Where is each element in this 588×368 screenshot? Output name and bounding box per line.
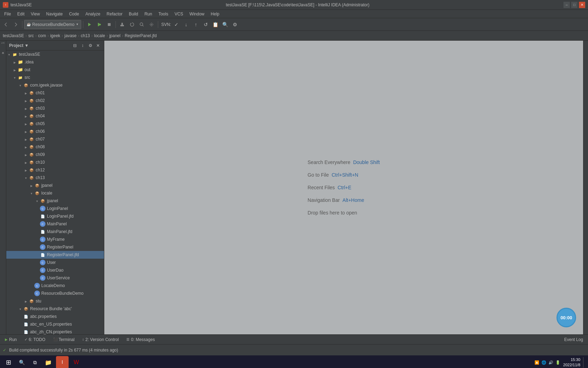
build-button[interactable] [118, 20, 127, 29]
tree-item-ch07[interactable]: 📦 ch07 [6, 135, 104, 143]
reload-button[interactable] [127, 20, 136, 29]
file-explorer-button[interactable]: 📁 [43, 357, 54, 368]
breadcrumb-ch13[interactable]: ch13 [81, 33, 90, 38]
project-settings-btn[interactable]: ⚙ [87, 42, 93, 49]
menu-code[interactable]: Code [66, 10, 82, 18]
breadcrumb-igeek[interactable]: igeek [50, 33, 60, 38]
tree-item-localedemo[interactable]: C LocaleDemo [6, 282, 104, 289]
run-button[interactable] [85, 20, 94, 29]
tree-item-userservice[interactable]: C UserService [6, 274, 104, 282]
tree-item-registerpanel[interactable]: C RegisterPanel [6, 243, 104, 251]
tree-item-abc-properties[interactable]: 📄 abc.properties [6, 313, 104, 320]
tree-item-jpanel-pkg[interactable]: 📦 jpanel [6, 182, 104, 189]
tree-item-user[interactable]: C User [6, 259, 104, 266]
tree-item-ch13[interactable]: 📦 ch13 [6, 174, 104, 182]
tree-item-ch08[interactable]: 📦 ch08 [6, 143, 104, 151]
breadcrumb-javase[interactable]: javase [64, 33, 77, 38]
tree-item-resourcebundledemo[interactable]: C ResourceBundleDemo [6, 289, 104, 297]
menu-edit[interactable]: Edit [14, 10, 27, 18]
tree-item-ch05[interactable]: 📦 ch05 [6, 120, 104, 128]
tab-version-control[interactable]: ↕ 2: Version Control [79, 335, 122, 344]
breadcrumb-src[interactable]: src [28, 33, 34, 38]
left-tab-1[interactable]: 1 [1, 42, 5, 44]
find-button[interactable] [137, 20, 146, 29]
svn-settings-btn[interactable]: ⚙ [231, 20, 240, 29]
tree-item-loginpanel-jfd[interactable]: 📄 LoginPanel.jfd [6, 212, 104, 220]
project-scroll-btn[interactable]: ↕ [79, 42, 86, 49]
intellij-taskbar-app[interactable]: I [56, 356, 69, 368]
menu-window[interactable]: Window [187, 10, 207, 18]
timer-widget[interactable]: 00:00 [556, 308, 576, 327]
tree-item-mainpanel-jfd[interactable]: 📄 MainPanel.jfd [6, 228, 104, 236]
tree-item-ch12[interactable]: 📦 ch12 [6, 166, 104, 174]
forward-button[interactable] [11, 20, 20, 29]
taskbar-clock[interactable]: 15:30 2022/11/8 [563, 357, 580, 368]
menu-file[interactable]: File [1, 10, 14, 18]
tree-item-ch01[interactable]: 📦 ch01 [6, 89, 104, 97]
project-close-btn[interactable]: ✕ [95, 42, 101, 49]
tree-item-loginpanel[interactable]: C LoginPanel [6, 205, 104, 212]
breadcrumb-jpanel[interactable]: jpanel [109, 33, 120, 38]
start-button[interactable]: ⊞ [3, 357, 14, 368]
breadcrumb-registerPanel[interactable]: RegisterPanel.jfd [125, 33, 156, 38]
tab-event-log[interactable]: Event Log [561, 335, 587, 344]
tab-todo[interactable]: ✓ 6: TODO [21, 335, 49, 344]
menu-vcs[interactable]: VCS [172, 10, 186, 18]
menu-tools[interactable]: Tools [156, 10, 171, 18]
menu-help[interactable]: Help [208, 10, 222, 18]
tab-run[interactable]: ▶ Run [1, 335, 20, 344]
tree-item-ch03[interactable]: 📦 ch03 [6, 104, 104, 112]
minimize-button[interactable]: – [564, 2, 570, 8]
tree-item-ch06[interactable]: 📦 ch06 [6, 128, 104, 135]
breadcrumb-locale[interactable]: locale [94, 33, 105, 38]
tree-item-ch02[interactable]: 📦 ch02 [6, 97, 104, 104]
show-desktop-button[interactable] [583, 357, 585, 368]
stop-button[interactable] [105, 20, 114, 29]
maximize-button[interactable]: □ [571, 2, 578, 8]
tree-item-myframe[interactable]: C MyFrame [6, 236, 104, 243]
tree-item-resource-bundle[interactable]: 📦 Resource Bundle 'abc' [6, 305, 104, 313]
tree-item-jpanel-sub[interactable]: 📦 jpanel [6, 197, 104, 205]
tree-item-src[interactable]: 📁 src [6, 74, 104, 81]
back-button[interactable] [1, 20, 10, 29]
left-tab-favorites[interactable]: ★ [1, 51, 5, 55]
close-button[interactable]: ✕ [579, 2, 585, 8]
tree-item-out[interactable]: 📁 out [6, 66, 104, 74]
menu-view[interactable]: View [28, 10, 43, 18]
svn-browse-button[interactable]: 🔍 [221, 20, 230, 29]
tree-item-abc-zh-properties[interactable]: 📄 abc_zh_CN.properties [6, 328, 104, 334]
tree-item-mainpanel[interactable]: C MainPanel [6, 220, 104, 228]
tab-terminal[interactable]: ⬛ Terminal [50, 335, 78, 344]
tree-item-userdao[interactable]: C UserDao [6, 266, 104, 274]
project-collapse-btn[interactable]: ⊟ [72, 42, 78, 49]
tree-item-ch04[interactable]: 📦 ch04 [6, 112, 104, 120]
svn-check-button[interactable]: ✓ [172, 20, 181, 29]
tree-item-stu[interactable]: 📦 stu [6, 297, 104, 305]
svn-update-button[interactable]: ↓ [182, 20, 191, 29]
search-button[interactable]: 🔍 [16, 357, 27, 368]
tree-item-ch10[interactable]: 📦 ch10 [6, 158, 104, 166]
debug-button[interactable] [95, 20, 104, 29]
tree-item-com-igeek[interactable]: 📦 com.igeek.javase [6, 81, 104, 89]
settings-button[interactable] [147, 20, 156, 29]
tree-item-ch09[interactable]: 📦 ch09 [6, 151, 104, 158]
wyse-app[interactable]: W [71, 357, 82, 368]
menu-navigate[interactable]: Navigate [43, 10, 65, 18]
tree-item-idea[interactable]: 📁 .idea [6, 58, 104, 66]
tree-item-testjavase[interactable]: 📁 testJavaSE [6, 50, 104, 58]
tab-messages[interactable]: ☰ 0: Messages [123, 335, 158, 344]
tree-item-abc-en-properties[interactable]: 📄 abc_en_US.properties [6, 320, 104, 328]
task-view-button[interactable]: ⧉ [29, 357, 41, 368]
menu-build[interactable]: Build [126, 10, 141, 18]
breadcrumb-testjavase[interactable]: testJavaSE [3, 33, 24, 38]
tree-item-registerpanel-jfd[interactable]: 📄 RegisterPanel.jfd [6, 251, 104, 259]
tree-item-locale-pkg[interactable]: 📦 locale [6, 189, 104, 197]
svn-commit-button[interactable]: ↑ [191, 20, 201, 29]
run-config-dropdown[interactable]: ☕ ResourceBundleDemo ▼ [24, 20, 81, 29]
menu-refactor[interactable]: Refactor [104, 10, 125, 18]
menu-analyze[interactable]: Analyze [83, 10, 103, 18]
breadcrumb-com[interactable]: com [38, 33, 46, 38]
menu-run[interactable]: Run [142, 10, 155, 18]
svn-log-button[interactable]: 📋 [211, 20, 220, 29]
svn-revert-button[interactable]: ↺ [201, 20, 210, 29]
